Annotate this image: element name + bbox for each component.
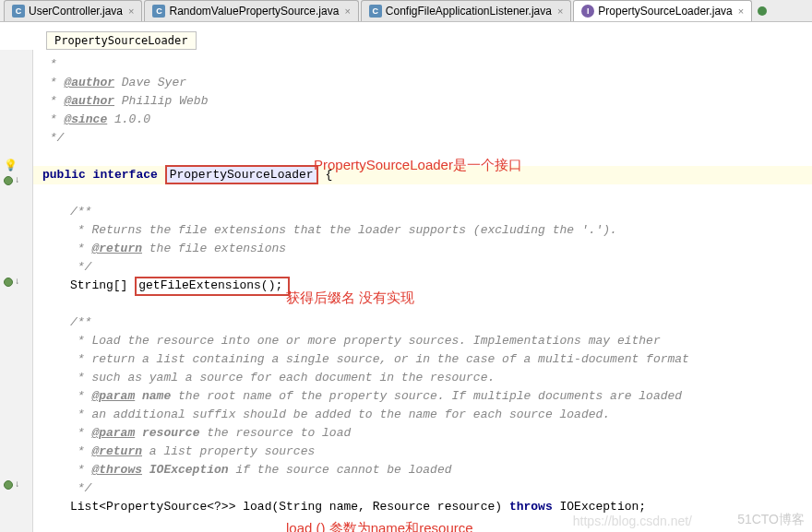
close-icon[interactable]: × (128, 6, 134, 17)
watermark: https://blog.csdn.net/ (573, 514, 692, 528)
tab-configfile[interactable]: C ConfigFileApplicationListener.java × (361, 0, 572, 21)
code-line: * @throws IOException if the source cann… (33, 461, 812, 479)
code-line: * @author Phillip Webb (33, 92, 812, 111)
code-editor[interactable]: 💡 ↓ ↓ ↓ * * @author Dave Syer * @author … (0, 50, 812, 532)
annotation: 获得后缀名 没有实现 (286, 290, 414, 307)
close-icon[interactable]: × (344, 6, 350, 17)
gutter: 💡 ↓ ↓ ↓ (0, 50, 33, 532)
code-line: * @author Dave Syer (33, 74, 812, 92)
code-line: * such as yaml a source for each documen… (33, 369, 812, 387)
code-line: * @return a list property sources (33, 443, 812, 461)
class-icon: C (12, 5, 25, 18)
tab-usercontroller[interactable]: C UserController.java × (4, 0, 142, 21)
method-highlight: getFileExtensions(); (135, 277, 290, 296)
tab-label: PropertySourceLoader.java (598, 5, 732, 18)
code-line: * @return the file extensions (33, 240, 812, 258)
code-line: List<PropertySource<?>> load(String name… (33, 498, 812, 516)
code-line: * Load the resource into one or more pro… (33, 332, 812, 350)
code-line: * (33, 55, 812, 74)
annotation: load () 参数为name和resource (286, 520, 473, 532)
editor-tabs: C UserController.java × C RandomValuePro… (0, 0, 812, 22)
override-marker[interactable]: ↓ (4, 479, 30, 490)
code-line: */ (33, 479, 812, 498)
tab-propertysourceloader[interactable]: I PropertySourceLoader.java × (573, 0, 752, 21)
code-line: * @since 1.0.0 (33, 111, 812, 129)
class-icon: C (369, 5, 382, 18)
code-area[interactable]: * * @author Dave Syer * @author Phillip … (33, 50, 812, 532)
interface-name-highlight: PropertySourceLoader (165, 165, 318, 184)
code-line: */ (33, 258, 812, 277)
code-line (33, 295, 812, 313)
interface-icon: I (581, 5, 594, 18)
annotation: PropertySourceLoader是一个接口 (314, 157, 522, 174)
more-tabs-indicator[interactable] (758, 6, 767, 16)
tab-label: ConfigFileApplicationListener.java (386, 5, 552, 18)
close-icon[interactable]: × (557, 6, 563, 17)
code-line: * return a list containing a single sour… (33, 350, 812, 369)
code-line: */ (33, 129, 812, 148)
code-line (33, 184, 812, 203)
tab-label: RandomValuePropertySource.java (169, 5, 339, 18)
override-marker[interactable]: ↓ (4, 277, 30, 287)
code-line: /** (33, 203, 812, 221)
override-marker[interactable]: ↓ (4, 175, 30, 185)
close-icon[interactable]: × (738, 6, 744, 17)
watermark: 51CTO博客 (737, 512, 805, 528)
bulb-icon[interactable]: 💡 (4, 159, 30, 172)
breadcrumb-bar: PropertySourceLoader (0, 22, 812, 50)
code-line: * an additional suffix should be added t… (33, 406, 812, 424)
code-line: * Returns the file extensions that the l… (33, 221, 812, 240)
tab-randomvalue[interactable]: C RandomValuePropertySource.java × (144, 0, 358, 21)
code-line: * @param resource the resource to load (33, 424, 812, 443)
code-line: /** (33, 313, 812, 332)
code-line: String[] getFileExtensions(); (33, 277, 812, 295)
code-line: * @param name the root name of the prope… (33, 387, 812, 406)
tab-label: UserController.java (29, 5, 123, 18)
breadcrumb[interactable]: PropertySourceLoader (46, 31, 197, 50)
class-icon: C (152, 5, 165, 18)
